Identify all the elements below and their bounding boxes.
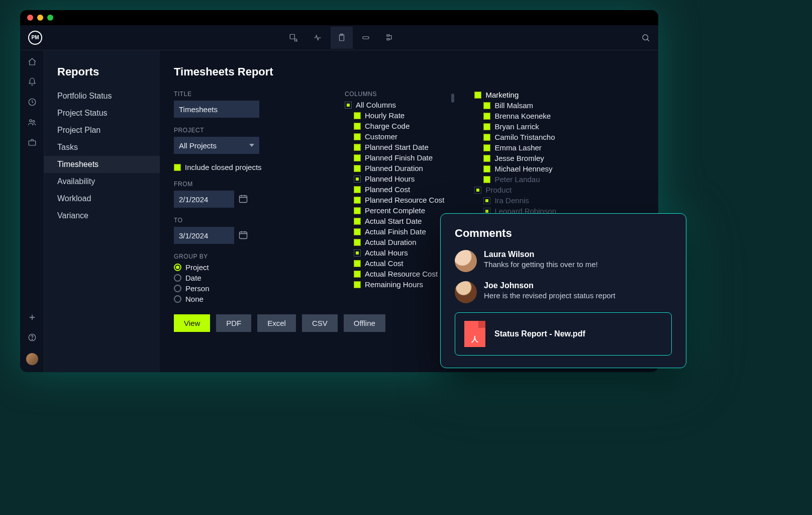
team-member-checkbox[interactable]: Camilo Tristancho [474,133,556,141]
checkbox-icon [354,218,361,225]
title-label: TITLE [174,91,325,98]
minus-chip-icon[interactable] [355,27,377,49]
sidebar-item[interactable]: Tasks [44,139,160,156]
team-member-checkbox[interactable]: Jesse Bromley [474,154,556,162]
sidebar-item[interactable]: Availability [44,173,160,190]
brand-logo[interactable]: PM [28,31,42,45]
team-member-checkbox[interactable]: Peter Landau [474,175,556,184]
checkbox-icon [483,165,490,173]
sidebar-item[interactable]: Portfolio Status [44,88,160,105]
project-select[interactable]: All Projects [174,137,259,154]
calendar-icon[interactable] [238,230,249,241]
chevron-down-icon [249,144,254,147]
checkbox-icon [354,228,361,235]
column-checkbox[interactable]: Actual Resource Cost [345,270,444,278]
comment-item: Joe JohnsonHere is the revised project s… [455,281,672,303]
groupby-radio[interactable]: Person [174,284,325,293]
column-checkbox[interactable]: Remaining Hours [345,280,444,289]
sidebar-item[interactable]: Project Status [44,105,160,122]
radio-label: Date [185,274,201,282]
people-icon[interactable] [28,118,37,127]
checkbox-icon [483,113,490,120]
team-member-checkbox[interactable]: Bryan Larrick [474,122,556,131]
checkbox-icon [474,187,481,194]
sidebar-item[interactable]: Timesheets [44,156,160,173]
team-member-checkbox[interactable]: Ira Dennis [474,196,556,205]
column-checkbox[interactable]: Planned Start Date [345,143,444,151]
sidebar-item[interactable]: Variance [44,207,160,224]
calendar-icon[interactable] [238,194,249,205]
column-checkbox[interactable]: Charge Code [345,122,444,130]
column-checkbox[interactable]: Planned Cost [345,185,444,194]
team-group-checkbox[interactable]: Marketing [474,91,556,99]
window-minimize-button[interactable] [37,15,43,21]
checkbox-icon [354,154,361,161]
checkbox-icon [483,144,490,151]
team-member-checkbox[interactable]: Bill Malsam [474,101,556,110]
sidebar-item[interactable]: Project Plan [44,122,160,139]
columns-header: COLUMNS [345,91,444,98]
team-member-checkbox[interactable]: Michael Hennesy [474,164,556,173]
groupby-radio[interactable]: None [174,295,325,303]
view-button[interactable]: View [174,314,210,332]
checkbox-label: Remaining Hours [365,280,423,289]
column-checkbox[interactable]: Planned Finish Date [345,153,444,162]
column-checkbox[interactable]: Percent Complete [345,206,444,215]
checkbox-label: Planned Duration [365,164,423,173]
column-checkbox[interactable]: Planned Resource Cost [345,196,444,204]
column-checkbox[interactable]: Actual Duration [345,238,444,246]
to-date-input[interactable] [174,227,234,244]
checkbox-icon [354,186,361,193]
add-icon[interactable] [28,313,37,322]
from-date-input[interactable] [174,191,234,208]
clock-icon[interactable] [28,98,37,107]
icon-rail [20,50,44,372]
scrollbar-thumb[interactable] [451,94,454,103]
to-label: TO [174,217,325,224]
window-close-button[interactable] [27,15,33,21]
clipboard-icon[interactable] [331,27,353,49]
attachment-card[interactable]: 人 Status Report - New.pdf [455,312,672,356]
column-checkbox[interactable]: Planned Hours [345,175,444,183]
pdf-button[interactable]: PDF [216,314,251,332]
find-zoom-icon[interactable] [282,27,304,49]
column-checkbox[interactable]: Customer [345,132,444,141]
column-checkbox[interactable]: Actual Hours [345,248,444,257]
team-group-label: Product [485,186,512,194]
column-checkbox[interactable]: Actual Cost [345,259,444,268]
team-member-checkbox[interactable]: Brenna Koeneke [474,112,556,120]
vitals-icon[interactable] [307,27,329,49]
column-checkbox[interactable]: Actual Start Date [345,217,444,225]
sidebar-item[interactable]: Workload [44,190,160,207]
svg-point-10 [33,121,35,123]
include-closed-checkbox[interactable]: Include closed projects [174,163,325,171]
search-icon[interactable] [641,33,650,42]
column-checkbox[interactable]: Actual Finish Date [345,227,444,236]
all-columns-checkbox[interactable]: All Columns [345,101,444,109]
svg-point-13 [32,339,32,339]
checkbox-icon [483,102,490,109]
csv-button[interactable]: CSV [302,314,338,332]
briefcase-icon[interactable] [28,138,37,147]
avatar[interactable] [26,353,38,365]
hierarchy-icon[interactable] [379,27,401,49]
groupby-radio[interactable]: Date [174,274,325,282]
excel-button[interactable]: Excel [257,314,296,332]
groupby-radio[interactable]: Project [174,263,325,272]
column-checkbox[interactable]: Hourly Rate [345,111,444,120]
attachment-name: Status Report - New.pdf [494,329,585,338]
comment-text: Thanks for getting this over to me! [484,260,598,269]
title-input[interactable] [174,101,259,118]
column-checkbox[interactable]: Planned Duration [345,164,444,173]
window-zoom-button[interactable] [47,15,53,21]
radio-label: Project [185,263,209,272]
help-icon[interactable] [28,333,37,342]
team-group-checkbox[interactable]: Product [474,186,556,194]
checkbox-icon [174,164,181,171]
home-icon[interactable] [28,57,37,66]
columns-section: COLUMNS All ColumnsHourly RateCharge Cod… [345,91,454,332]
team-member-checkbox[interactable]: Emma Lasher [474,143,556,152]
bell-icon[interactable] [28,77,37,87]
avatar [455,250,477,272]
team-member-label: Michael Hennesy [494,164,552,173]
